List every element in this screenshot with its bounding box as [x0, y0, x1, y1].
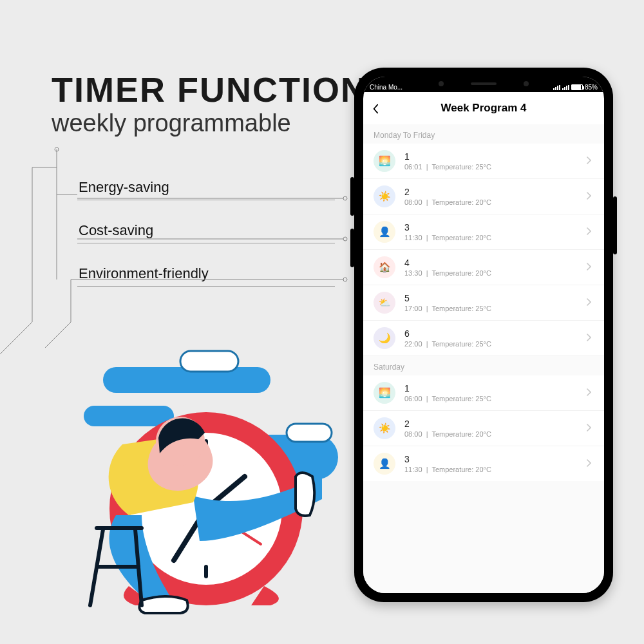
chevron-right-icon: [586, 155, 599, 167]
row-number: 2: [404, 187, 586, 197]
row-number: 3: [404, 222, 586, 232]
svg-rect-8: [287, 424, 332, 442]
feature-bullet-list: Energy-saving Cost-saving Environment-fr…: [77, 174, 335, 303]
chevron-right-icon: [586, 458, 599, 469]
row-meta: 06:01 | Temperature: 25°C: [404, 163, 586, 171]
schedule-row[interactable]: 🌅 1 06:01 | Temperature: 25°C: [363, 144, 604, 179]
home-icon: 🏠: [374, 256, 395, 278]
row-meta: 11:30 | Temperature: 20°C: [404, 466, 586, 473]
row-number: 1: [404, 151, 586, 162]
moon-icon: 🌙: [374, 327, 395, 349]
svg-point-1: [343, 196, 347, 200]
sun-icon: ☀️: [374, 185, 395, 207]
row-meta: 08:00 | Temperature: 20°C: [404, 430, 586, 438]
phone-mockup: China Mo... 85% Week Program 4 Monday To…: [354, 68, 613, 602]
battery-icon: [571, 84, 583, 90]
section-header: Saturday: [363, 356, 604, 375]
person-icon: 👤: [374, 221, 395, 243]
schedule-row[interactable]: ☀️ 2 08:00 | Temperature: 20°C: [363, 411, 604, 446]
row-meta: 06:00 | Temperature: 25°C: [404, 395, 586, 402]
person-icon: 👤: [374, 453, 395, 475]
clock-person-illustration: [45, 348, 341, 618]
schedule-row[interactable]: 🌙 6 22:00 | Temperature: 25°C: [363, 321, 604, 356]
volume-up-button: [350, 177, 354, 216]
svg-point-2: [343, 237, 347, 241]
chevron-right-icon: [586, 332, 599, 344]
back-button[interactable]: [372, 104, 381, 113]
schedule-row[interactable]: 🏠 4 13:30 | Temperature: 20°C: [363, 250, 604, 285]
row-number: 5: [404, 293, 586, 303]
schedule-row[interactable]: ⛅ 5 17:00 | Temperature: 25°C: [363, 285, 604, 321]
row-meta: 08:00 | Temperature: 20°C: [404, 198, 586, 206]
hero-title: TIMER FUNCTION: [52, 70, 367, 109]
volume-down-button: [350, 229, 354, 267]
phone-screen: China Mo... 85% Week Program 4 Monday To…: [363, 77, 604, 593]
chevron-right-icon: [586, 226, 599, 238]
row-meta: 22:00 | Temperature: 25°C: [404, 340, 586, 348]
screen-title: Week Program 4: [441, 102, 527, 115]
row-number: 4: [404, 258, 586, 268]
signal-icon: [562, 85, 569, 90]
sun-icon: ☀️: [374, 417, 395, 439]
battery-percent: 85%: [585, 84, 598, 91]
app-header: Week Program 4: [363, 92, 604, 124]
schedule-row[interactable]: 👤 3 11:30 | Temperature: 20°C: [363, 214, 604, 250]
svg-point-3: [343, 278, 347, 281]
svg-rect-6: [84, 406, 174, 426]
power-button: [613, 196, 617, 254]
row-number: 6: [404, 328, 586, 339]
signal-icon: [553, 85, 560, 90]
chevron-left-icon: [372, 104, 379, 114]
carrier-label: China Mo...: [370, 84, 402, 91]
chevron-right-icon: [586, 422, 599, 434]
row-meta: 11:30 | Temperature: 20°C: [404, 234, 586, 242]
schedule-row[interactable]: 👤 3 11:30 | Temperature: 20°C: [363, 446, 604, 481]
feature-bullet: Cost-saving: [77, 217, 335, 243]
chevron-right-icon: [586, 261, 599, 273]
svg-point-0: [55, 147, 59, 151]
row-number: 3: [404, 454, 586, 464]
row-number: 1: [404, 383, 586, 393]
svg-rect-5: [180, 351, 238, 372]
sunrise-icon: 🌅: [374, 150, 395, 172]
program-list[interactable]: Monday To Friday 🌅 1 06:01 | Temperature…: [363, 124, 604, 593]
row-number: 2: [404, 419, 586, 429]
section-header: Monday To Friday: [363, 124, 604, 144]
chevron-right-icon: [586, 297, 599, 308]
chevron-right-icon: [586, 191, 599, 202]
schedule-row[interactable]: ☀️ 2 08:00 | Temperature: 20°C: [363, 179, 604, 214]
sunrise-icon: 🌅: [374, 382, 395, 404]
phone-notch: [422, 77, 545, 91]
row-meta: 13:30 | Temperature: 20°C: [404, 269, 586, 277]
feature-bullet: Environment-friendly: [77, 260, 335, 287]
hero-subtitle: weekly programmable: [52, 109, 291, 137]
row-meta: 17:00 | Temperature: 25°C: [404, 305, 586, 312]
feature-bullet: Energy-saving: [77, 174, 335, 200]
schedule-row[interactable]: 🌅 1 06:00 | Temperature: 25°C: [363, 375, 604, 411]
chevron-right-icon: [586, 387, 599, 399]
cloud-sun-icon: ⛅: [374, 292, 395, 314]
